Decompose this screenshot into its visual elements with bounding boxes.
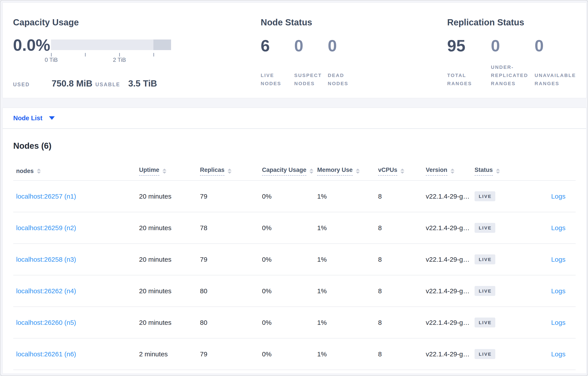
capacity-gauge-reserved-segment xyxy=(153,40,171,50)
node-status-stat-value: 6 xyxy=(261,37,294,55)
nodes-heading: Nodes (6) xyxy=(13,141,52,151)
uptime-cell: 20 minutes xyxy=(139,287,200,295)
column-header-nodes[interactable]: nodes xyxy=(13,168,139,175)
table-row: localhost:26259 (n2)20 minutes780%1%8v22… xyxy=(13,212,576,244)
memory-use-cell: 1% xyxy=(317,350,378,358)
version-cell: v22.1.4-29-g… xyxy=(426,224,474,232)
vcpus-cell: 8 xyxy=(378,350,426,358)
replication-stat-label: UNAVAILABLE RANGES xyxy=(535,71,577,88)
node-address-link[interactable]: localhost:26259 (n2) xyxy=(16,224,76,231)
node-address-cell: localhost:26262 (n4) xyxy=(13,287,139,295)
node-list-dropdown[interactable]: Node List xyxy=(2,108,587,128)
node-address-link[interactable]: localhost:26262 (n4) xyxy=(16,287,76,295)
vcpus-cell: 8 xyxy=(378,224,426,232)
sort-up-triangle xyxy=(37,168,41,171)
version-cell: v22.1.4-29-g… xyxy=(426,193,474,200)
logs-link[interactable]: Logs xyxy=(551,224,566,231)
cluster-overview-page: Capacity Usage 0.0% 0 TiB 2 TiB USED 750… xyxy=(0,0,588,376)
uptime-cell: 2 minutes xyxy=(139,350,200,358)
node-address-link[interactable]: localhost:26261 (n6) xyxy=(16,350,76,358)
vcpus-cell: 8 xyxy=(378,287,426,295)
status-cell: LIVE xyxy=(474,223,516,233)
logs-link[interactable]: Logs xyxy=(551,193,566,200)
replicas-cell: 80 xyxy=(200,287,262,295)
gauge-tick xyxy=(119,53,120,56)
sort-down-triangle xyxy=(356,172,360,174)
logs-link[interactable]: Logs xyxy=(551,256,566,263)
usable-label: USABLE xyxy=(95,82,120,88)
node-address-cell: localhost:26259 (n2) xyxy=(13,224,139,232)
replicas-cell: 80 xyxy=(200,319,262,326)
nodes-table-header: nodesUptimeReplicasCapacity UsageMemory … xyxy=(13,162,576,181)
column-header-status[interactable]: Status xyxy=(474,167,516,176)
replicas-cell: 79 xyxy=(200,350,262,358)
replication-stat: 0UNDER-REPLICATED RANGES xyxy=(491,37,535,88)
table-row: localhost:26262 (n4)20 minutes800%1%8v22… xyxy=(13,275,576,307)
sort-arrows-icon xyxy=(451,168,454,174)
node-status-stat-value: 0 xyxy=(328,37,361,55)
capacity-usage-cell: 0% xyxy=(262,350,317,358)
replicas-cell: 79 xyxy=(200,256,262,263)
version-cell: v22.1.4-29-g… xyxy=(426,287,474,295)
vcpus-cell: 8 xyxy=(378,256,426,263)
column-header-capacity-usage[interactable]: Capacity Usage xyxy=(262,167,317,176)
sort-arrows-icon xyxy=(356,168,360,174)
node-status-stats: 6LIVE NODES0SUSPECT NODES0DEAD NODES xyxy=(261,37,361,88)
node-status-stat: 6LIVE NODES xyxy=(261,37,294,88)
chevron-down-icon xyxy=(49,116,55,120)
node-status-stat-label: DEAD NODES xyxy=(328,71,359,88)
replication-stat: 0UNAVAILABLE RANGES xyxy=(535,37,578,88)
node-status-stat-label: LIVE NODES xyxy=(261,71,292,88)
logs-link[interactable]: Logs xyxy=(551,287,566,295)
sort-up-triangle xyxy=(496,168,500,171)
column-header-version[interactable]: Version xyxy=(426,167,474,176)
capacity-usage-title: Capacity Usage xyxy=(13,17,79,28)
replication-status-stats: 95TOTAL RANGES0UNDER-REPLICATED RANGES0U… xyxy=(447,37,578,88)
capacity-usage-cell: 0% xyxy=(262,224,317,232)
column-header-label: Capacity Usage xyxy=(262,167,306,176)
node-status-stat-label: SUSPECT NODES xyxy=(294,71,326,88)
version-cell: v22.1.4-29-g… xyxy=(426,350,474,358)
node-address-link[interactable]: localhost:26260 (n5) xyxy=(16,319,76,326)
node-address-link[interactable]: localhost:26257 (n1) xyxy=(16,193,76,200)
replicas-cell: 78 xyxy=(200,224,262,232)
node-address-cell: localhost:26258 (n3) xyxy=(13,256,139,263)
capacity-usage-cell: 0% xyxy=(262,256,317,263)
sort-up-triangle xyxy=(400,168,404,171)
nodes-table-panel: Nodes (6) nodesUptimeReplicasCapacity Us… xyxy=(2,129,587,374)
replication-stat-value: 0 xyxy=(535,37,578,55)
logs-link[interactable]: Logs xyxy=(551,350,566,358)
sort-arrows-icon xyxy=(162,168,167,174)
sort-up-triangle xyxy=(309,168,314,171)
column-header-vcpus[interactable]: vCPUs xyxy=(378,167,426,176)
sort-arrows-icon xyxy=(228,168,231,174)
vcpus-cell: 8 xyxy=(378,193,426,200)
node-address-link[interactable]: localhost:26258 (n3) xyxy=(16,256,76,263)
logs-cell: Logs xyxy=(516,193,576,200)
live-status-badge: LIVE xyxy=(474,254,495,264)
logs-cell: Logs xyxy=(516,350,576,358)
uptime-cell: 20 minutes xyxy=(139,319,200,326)
logs-cell: Logs xyxy=(516,224,576,232)
sort-down-triangle xyxy=(37,172,41,174)
status-cell: LIVE xyxy=(474,349,516,359)
column-header-replicas[interactable]: Replicas xyxy=(200,167,262,176)
logs-cell: Logs xyxy=(516,287,576,295)
table-row: localhost:26258 (n3)20 minutes790%1%8v22… xyxy=(13,244,576,275)
gauge-tick-label: 2 TiB xyxy=(102,56,137,63)
uptime-cell: 20 minutes xyxy=(139,224,200,232)
node-status-stat: 0SUSPECT NODES xyxy=(294,37,328,88)
sort-arrows-icon xyxy=(309,168,314,174)
logs-link[interactable]: Logs xyxy=(551,319,566,326)
column-header-memory-use[interactable]: Memory Use xyxy=(317,167,378,176)
live-status-badge: LIVE xyxy=(474,349,495,359)
column-header-label: Replicas xyxy=(200,167,224,176)
column-header-label: Memory Use xyxy=(317,167,353,176)
node-address-cell: localhost:26261 (n6) xyxy=(13,350,139,358)
column-header-label: Version xyxy=(426,167,447,176)
gauge-tick xyxy=(85,53,86,56)
column-header-uptime[interactable]: Uptime xyxy=(139,167,200,176)
logs-cell: Logs xyxy=(516,319,576,326)
node-address-cell: localhost:26260 (n5) xyxy=(13,319,139,326)
table-row: localhost:26257 (n1)20 minutes790%1%8v22… xyxy=(13,181,576,212)
